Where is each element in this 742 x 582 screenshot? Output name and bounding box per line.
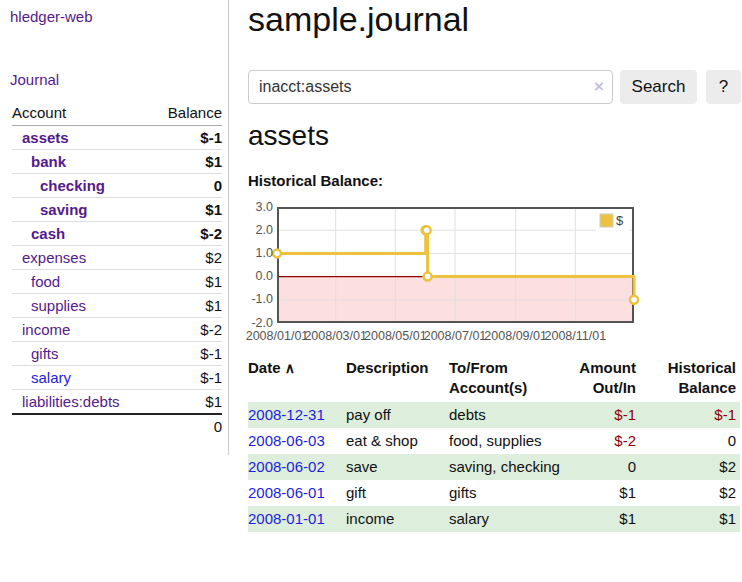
clear-search-icon[interactable]: ×	[594, 77, 604, 97]
transaction-amount: $1	[565, 506, 640, 532]
transaction-date-link[interactable]: 2008-06-01	[248, 484, 325, 501]
account-balance: $-1	[152, 366, 222, 390]
legend-swatch	[600, 214, 613, 227]
transaction-description: save	[346, 454, 449, 480]
account-balance: $-2	[152, 318, 222, 342]
account-balance: $-1	[152, 342, 222, 366]
transaction-accounts: debts	[449, 402, 565, 428]
transaction-date-link[interactable]: 2008-12-31	[248, 406, 325, 423]
transaction-date-link[interactable]: 2008-01-01	[248, 510, 325, 527]
transaction-accounts: saving, checking	[449, 454, 565, 480]
account-balance: 0	[152, 174, 222, 198]
data-point-marker	[273, 249, 281, 257]
account-title: assets	[248, 120, 329, 152]
sidebar: hledger-web Journal Account Balance asse…	[0, 0, 229, 455]
account-balance: $-2	[152, 222, 222, 246]
transaction-date-link[interactable]: 2008-06-02	[248, 458, 325, 475]
account-link-bank[interactable]: bank	[31, 153, 66, 170]
account-link-gifts[interactable]: gifts	[31, 345, 59, 362]
transaction-balance: $2	[640, 454, 740, 480]
register-row: 2008-06-03eat & shopfood, supplies$-20	[248, 428, 740, 454]
register-table: Date ∧ Description To/From Account(s) Am…	[248, 358, 740, 532]
search-button[interactable]: Search	[620, 70, 697, 104]
account-row: gifts$-1	[12, 342, 222, 366]
account-row: bank$1	[12, 150, 222, 174]
chart-title: Historical Balance:	[248, 172, 383, 189]
legend-label: $	[616, 213, 624, 228]
transaction-accounts: food, supplies	[449, 428, 565, 454]
transaction-amount: $1	[565, 480, 640, 506]
transaction-description: income	[346, 506, 449, 532]
transaction-accounts: gifts	[449, 480, 565, 506]
page-title: sample.journal	[248, 0, 469, 40]
account-balance: $2	[152, 246, 222, 270]
transaction-description: gift	[346, 480, 449, 506]
register-row: 2008-06-02savesaving, checking0$2	[248, 454, 740, 480]
account-link-food[interactable]: food	[31, 273, 60, 290]
register-row: 2008-12-31pay offdebts$-1$-1	[248, 402, 740, 428]
transaction-amount: $-1	[565, 402, 640, 428]
account-link-assets[interactable]: assets	[22, 129, 69, 146]
data-point-marker	[423, 226, 431, 234]
register-row: 2008-01-01incomesalary$1$1	[248, 506, 740, 532]
accounts-header-balance: Balance	[152, 102, 222, 126]
transaction-balance: 0	[640, 428, 740, 454]
account-link-supplies[interactable]: supplies	[31, 297, 86, 314]
account-balance: $1	[152, 198, 222, 222]
account-row: checking0	[12, 174, 222, 198]
account-link-liabilities-debts[interactable]: liabilities:debts	[22, 393, 120, 410]
accounts-table: Account Balance assets$-1bank$1checking0…	[12, 102, 222, 439]
register-header-description: Description	[346, 358, 449, 402]
chart-plot-area: $	[277, 207, 634, 323]
register-header-amount: Amount Out/In	[565, 358, 640, 402]
register-header-date[interactable]: Date ∧	[248, 358, 346, 402]
account-row: food$1	[12, 270, 222, 294]
account-link-cash[interactable]: cash	[31, 225, 65, 242]
account-balance: $1	[152, 294, 222, 318]
data-point-marker	[630, 296, 638, 304]
account-balance: $-1	[152, 126, 222, 150]
hledger-web-app: hledger-web Journal Account Balance asse…	[0, 0, 742, 582]
sort-ascending-icon: ∧	[285, 360, 295, 376]
account-balance: $1	[152, 150, 222, 174]
app-brand-link[interactable]: hledger-web	[10, 8, 93, 25]
transaction-date-link[interactable]: 2008-06-03	[248, 432, 325, 449]
register-header-balance: Historical Balance	[640, 358, 740, 402]
account-row: cash$-2	[12, 222, 222, 246]
account-link-expenses[interactable]: expenses	[22, 249, 86, 266]
y-axis-tick-label: -1.0	[243, 292, 273, 307]
account-balance: $1	[152, 270, 222, 294]
transaction-description: eat & shop	[346, 428, 449, 454]
accounts-header-account: Account	[12, 102, 152, 126]
account-row: saving$1	[12, 198, 222, 222]
account-link-checking[interactable]: checking	[40, 177, 105, 194]
transaction-amount: 0	[565, 454, 640, 480]
search-box: ×	[248, 70, 613, 104]
y-axis-tick-label: 0.0	[243, 269, 273, 284]
x-axis-tick-label: 2008/11/01	[539, 329, 611, 343]
register-row: 2008-06-01giftgifts$1$2	[248, 480, 740, 506]
account-balance: $1	[152, 390, 222, 415]
y-axis-tick-label: 1.0	[243, 246, 273, 261]
historical-balance-chart: $ 3.02.01.00.0-1.0-2.02008/01/012008/03/…	[248, 200, 742, 348]
data-point-marker	[424, 273, 432, 281]
accounts-total-balance: 0	[152, 414, 222, 439]
account-link-salary[interactable]: salary	[31, 369, 71, 386]
transaction-balance: $2	[640, 480, 740, 506]
account-row: expenses$2	[12, 246, 222, 270]
transaction-balance: $1	[640, 506, 740, 532]
account-link-income[interactable]: income	[22, 321, 70, 338]
register-header-accounts: To/From Account(s)	[449, 358, 565, 402]
transaction-description: pay off	[346, 402, 449, 428]
transaction-accounts: salary	[449, 506, 565, 532]
account-link-saving[interactable]: saving	[40, 201, 88, 218]
account-row: assets$-1	[12, 126, 222, 150]
nav-journal-link[interactable]: Journal	[10, 71, 59, 88]
account-row: supplies$1	[12, 294, 222, 318]
accounts-total-spacer	[12, 414, 152, 439]
help-button[interactable]: ?	[706, 70, 741, 104]
account-row: income$-2	[12, 318, 222, 342]
search-input[interactable]	[248, 70, 613, 104]
y-axis-tick-label: 2.0	[243, 223, 273, 238]
account-row: liabilities:debts$1	[12, 390, 222, 415]
